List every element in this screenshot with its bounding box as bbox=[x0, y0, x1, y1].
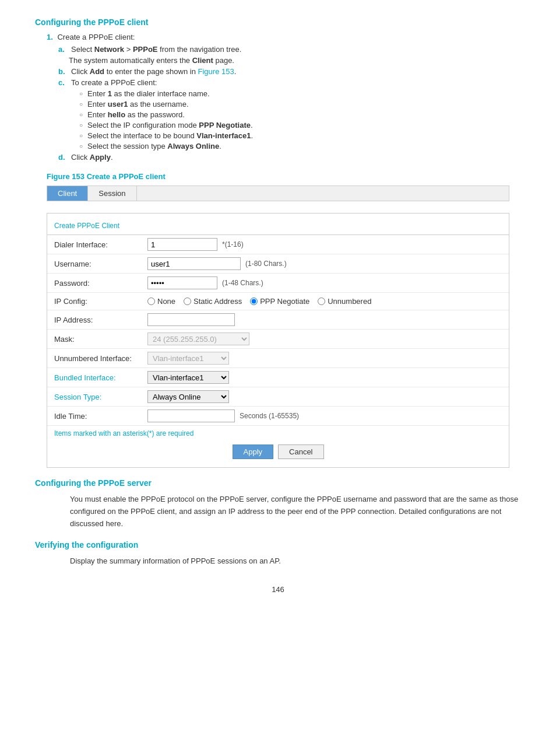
tab-session[interactable]: Session bbox=[88, 186, 136, 201]
verify-body-text: Display the summary information of PPPoE… bbox=[70, 555, 521, 568]
create-pppoe-form: Create PPPoE Client Dialer Interface: *(… bbox=[47, 213, 509, 468]
input-idle-time[interactable] bbox=[147, 410, 235, 422]
bullet-1: ○ Enter 1 as the dialer interface name. bbox=[79, 89, 521, 98]
select-mask[interactable]: 24 (255.255.255.0) bbox=[147, 332, 249, 345]
input-ipaddress[interactable] bbox=[147, 313, 235, 326]
bullet-circle-1: ○ bbox=[79, 90, 83, 97]
step-1: 1. Create a PPPoE client: bbox=[47, 33, 521, 41]
input-username[interactable] bbox=[147, 257, 241, 270]
form-row-unnumbered-iface: Unnumbered Interface: Vlan-interface1 bbox=[47, 349, 509, 368]
radio-input-none[interactable] bbox=[147, 298, 155, 305]
substep-c: c. To create a PPPoE client: bbox=[58, 78, 521, 87]
bullet-2: ○ Enter user1 as the username. bbox=[79, 100, 521, 108]
input-dialer[interactable] bbox=[147, 238, 217, 251]
value-password: (1-48 Chars.) bbox=[147, 276, 502, 289]
form-row-username: Username: (1-80 Chars.) bbox=[47, 254, 509, 274]
form-row-idle-time: Idle Time: Seconds (1-65535) bbox=[47, 407, 509, 426]
substep-d-letter: d. bbox=[58, 153, 69, 162]
label-dialer: Dialer Interface: bbox=[54, 240, 147, 249]
form-row-bundled: Bundled Interface: Vlan-interface1 bbox=[47, 368, 509, 387]
label-ipconfig: IP Config: bbox=[54, 297, 147, 306]
section-title-verify: Verifying the configuration bbox=[35, 540, 521, 550]
form-row-mask: Mask: 24 (255.255.255.0) bbox=[47, 330, 509, 349]
substep-a-letter: a. bbox=[58, 45, 69, 54]
hint-dialer: *(1-16) bbox=[222, 240, 244, 249]
bullet-4: ○ Select the IP configuration mode PPP N… bbox=[79, 121, 521, 130]
radio-input-static[interactable] bbox=[184, 298, 191, 305]
page-number: 146 bbox=[35, 585, 521, 594]
value-unnumbered-iface: Vlan-interface1 bbox=[147, 352, 502, 365]
button-row: Apply Cancel bbox=[47, 440, 509, 461]
value-bundled: Vlan-interface1 bbox=[147, 371, 502, 384]
label-unnumbered-iface: Unnumbered Interface: bbox=[54, 354, 147, 363]
form-title: Create PPPoE Client bbox=[47, 219, 509, 235]
form-row-ipaddress: IP Address: bbox=[47, 310, 509, 330]
required-note: Items marked with an asterisk(*) are req… bbox=[47, 426, 509, 440]
bullet-6: ○ Select the session type Always Online. bbox=[79, 142, 521, 150]
substep-a-desc: The system automatically enters the Clie… bbox=[69, 56, 521, 65]
substep-d: d. Click Apply. bbox=[58, 153, 521, 162]
hint-password: (1-48 Chars.) bbox=[222, 279, 263, 287]
label-session-type: Session Type: bbox=[54, 393, 147, 401]
form-row-session-type: Session Type: Always Online On Demand bbox=[47, 387, 509, 407]
bullet-text-6: Select the session type Always Online. bbox=[87, 142, 221, 150]
label-idle-time: Idle Time: bbox=[54, 412, 147, 421]
bullet-circle-2: ○ bbox=[79, 101, 83, 107]
bullet-circle-6: ○ bbox=[79, 143, 83, 149]
bullet-text-5: Select the interface to be bound Vlan-in… bbox=[87, 131, 253, 140]
label-username: Username: bbox=[54, 260, 147, 268]
bullet-circle-3: ○ bbox=[79, 111, 83, 118]
select-bundled[interactable]: Vlan-interface1 bbox=[147, 371, 229, 384]
substep-b-letter: b. bbox=[58, 67, 69, 76]
bullet-text-2: Enter user1 as the username. bbox=[87, 100, 188, 108]
section-title-pppoe-server: Configuring the PPPoE server bbox=[35, 478, 521, 488]
radio-ppp[interactable]: PPP Negotiate bbox=[250, 297, 309, 306]
value-dialer: *(1-16) bbox=[147, 238, 502, 251]
figure-link[interactable]: Figure 153 bbox=[198, 67, 234, 76]
server-body-text: You must enable the PPPoE protocol on th… bbox=[70, 494, 521, 530]
radio-input-unnumbered[interactable] bbox=[318, 298, 325, 305]
apply-button[interactable]: Apply bbox=[233, 444, 274, 459]
substep-d-text: Click Apply. bbox=[71, 153, 113, 162]
label-ipaddress: IP Address: bbox=[54, 316, 147, 324]
step-number: 1. bbox=[47, 33, 53, 41]
bullet-text-3: Enter hello as the password. bbox=[87, 110, 185, 119]
radio-input-ppp[interactable] bbox=[250, 298, 258, 305]
substep-b-text: Click Add to enter the page shown in Fig… bbox=[71, 67, 236, 76]
radio-static[interactable]: Static Address bbox=[184, 297, 242, 306]
substep-b: b. Click Add to enter the page shown in … bbox=[58, 67, 521, 76]
value-ipaddress bbox=[147, 313, 502, 326]
select-session-type[interactable]: Always Online On Demand bbox=[147, 390, 229, 403]
bullet-circle-4: ○ bbox=[79, 122, 83, 128]
value-idle-time: Seconds (1-65535) bbox=[147, 410, 502, 422]
bullet-3: ○ Enter hello as the password. bbox=[79, 110, 521, 119]
bullet-text-4: Select the IP configuration mode PPP Neg… bbox=[87, 121, 253, 130]
value-username: (1-80 Chars.) bbox=[147, 257, 502, 270]
substep-a: a. Select Network > PPPoE from the navig… bbox=[58, 45, 521, 54]
step-text: Create a PPPoE client: bbox=[57, 33, 135, 41]
input-password[interactable] bbox=[147, 276, 217, 289]
value-session-type: Always Online On Demand bbox=[147, 390, 502, 403]
form-row-ipconfig: IP Config: None Static Address PPP Negot… bbox=[47, 293, 509, 310]
tab-client[interactable]: Client bbox=[47, 186, 88, 201]
substep-a-text: Select Network > PPPoE from the navigati… bbox=[71, 45, 241, 54]
tab-bar: Client Session bbox=[47, 186, 509, 201]
radio-none[interactable]: None bbox=[147, 297, 175, 306]
cancel-button[interactable]: Cancel bbox=[278, 444, 323, 459]
figure-caption: Figure 153 Create a PPPoE client bbox=[47, 172, 521, 181]
hint-idle-time: Seconds (1-65535) bbox=[240, 412, 299, 420]
bullet-list: ○ Enter 1 as the dialer interface name. … bbox=[79, 89, 521, 150]
radio-unnumbered[interactable]: Unnumbered bbox=[318, 297, 371, 306]
label-password: Password: bbox=[54, 279, 147, 288]
select-unnumbered-iface[interactable]: Vlan-interface1 bbox=[147, 352, 229, 365]
label-bundled: Bundled Interface: bbox=[54, 373, 147, 382]
substep-c-letter: c. bbox=[58, 78, 69, 87]
value-ipconfig: None Static Address PPP Negotiate Unnumb… bbox=[147, 297, 502, 306]
bullet-circle-5: ○ bbox=[79, 132, 83, 139]
bullet-text-1: Enter 1 as the dialer interface name. bbox=[87, 89, 210, 98]
form-row-password: Password: (1-48 Chars.) bbox=[47, 274, 509, 293]
form-row-dialer: Dialer Interface: *(1-16) bbox=[47, 235, 509, 254]
value-mask: 24 (255.255.255.0) bbox=[147, 332, 502, 345]
substep-c-text: To create a PPPoE client: bbox=[71, 78, 157, 87]
hint-username: (1-80 Chars.) bbox=[245, 260, 287, 268]
